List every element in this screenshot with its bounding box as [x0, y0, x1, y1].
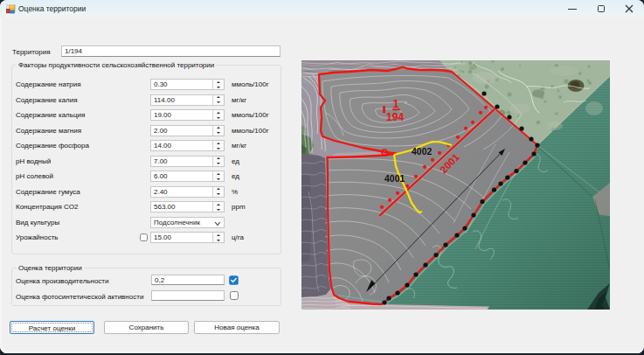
svg-text:4002: 4002: [412, 146, 433, 157]
svg-text:194: 194: [386, 111, 404, 123]
svg-text:4001: 4001: [384, 173, 405, 184]
svg-text:1: 1: [393, 98, 399, 110]
